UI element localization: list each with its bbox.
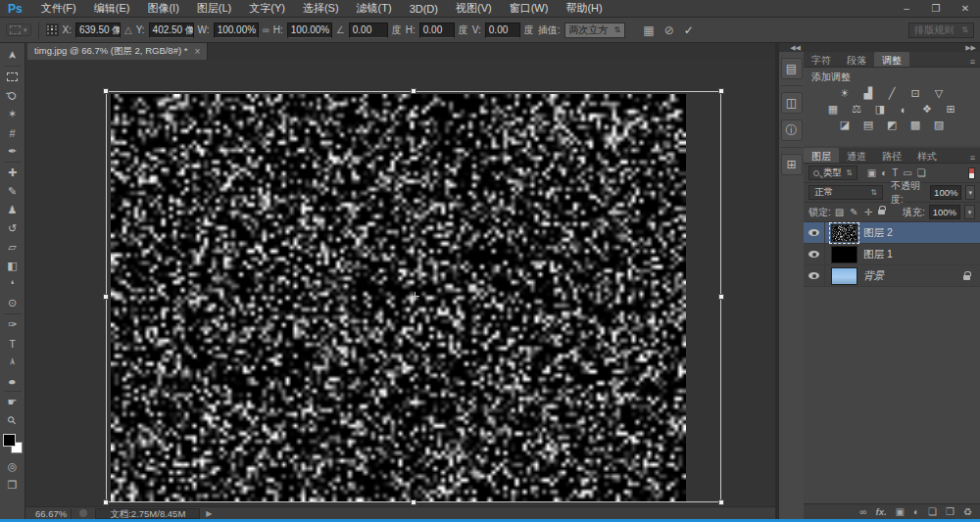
transform-handle-top-right[interactable]	[718, 88, 724, 94]
fill-dropdown-arrow[interactable]: ▾	[964, 205, 975, 219]
blur-tool[interactable]: ❛	[2, 275, 24, 294]
layer-row-layer1[interactable]: 图层 1	[804, 244, 980, 265]
new-adjustment-layer-icon[interactable]: ◐	[913, 506, 919, 517]
add-layer-mask-icon[interactable]: ▣	[896, 506, 905, 517]
tab-paths[interactable]: 路径	[874, 148, 909, 163]
screen-mode-button[interactable]: ❐	[2, 476, 24, 495]
hue-saturation-icon[interactable]: ▦	[825, 102, 842, 117]
rectangular-marquee-tool[interactable]	[2, 68, 24, 86]
layer-row-layer2[interactable]: 图层 2	[804, 222, 980, 244]
history-brush-tool[interactable]: ↺	[2, 219, 24, 238]
menu-help[interactable]: 帮助(H)	[557, 1, 611, 16]
ellipse-tool[interactable]: ●	[2, 371, 24, 390]
info-panel-icon[interactable]: ⓘ	[781, 119, 803, 141]
interpolation-dropdown[interactable]: 两次立方 ⇅	[564, 23, 626, 38]
layer-name[interactable]: 背景	[863, 269, 884, 283]
layers-empty-area[interactable]	[804, 287, 980, 503]
status-menu-arrow-icon[interactable]: ▶	[206, 509, 212, 518]
expand-panels-icon[interactable]: ◀◀	[779, 43, 804, 52]
menu-filter[interactable]: 滤镜(T)	[348, 1, 401, 16]
channel-mixer-icon[interactable]: ❖	[919, 102, 936, 117]
zoom-level-field[interactable]: 66.67%	[31, 508, 72, 519]
filter-toggle-switch[interactable]	[968, 167, 975, 179]
levels-icon[interactable]: ▟	[860, 86, 877, 101]
tool-preset-picker[interactable]: ▾	[6, 24, 31, 36]
document-tab[interactable]: timg.jpg @ 66.7% (图层 2, RGB/8#) * ×	[27, 43, 208, 60]
tab-adjustments[interactable]: 调整	[874, 52, 909, 67]
tab-layers[interactable]: 图层	[804, 148, 839, 163]
canvas[interactable]	[25, 60, 775, 506]
move-tool[interactable]: ➤	[2, 46, 24, 65]
filter-pixel-layers-icon[interactable]: ▣	[867, 167, 876, 178]
color-balance-icon[interactable]: ⚖	[849, 102, 865, 117]
spot-healing-brush-tool[interactable]: ✚	[2, 164, 24, 182]
blend-mode-dropdown[interactable]: 正常 ⇅	[808, 185, 883, 200]
relative-positioning-icon[interactable]: △	[124, 24, 132, 35]
lock-transparent-pixels-icon[interactable]: ▨	[835, 207, 844, 217]
link-layers-icon[interactable]: ∞	[859, 506, 866, 517]
opacity-field[interactable]: 100%	[930, 185, 961, 200]
visibility-toggle[interactable]	[804, 244, 825, 264]
photo-filter-icon[interactable]: ◐	[896, 102, 912, 117]
menu-select[interactable]: 选择(S)	[294, 1, 348, 16]
transform-handle-middle-right[interactable]	[718, 294, 724, 300]
width-scale-field[interactable]: 100.00%	[214, 23, 259, 38]
y-position-field[interactable]: 402.50 像素	[149, 23, 194, 38]
close-tab-icon[interactable]: ×	[194, 46, 200, 57]
layer-thumbnail[interactable]	[831, 224, 858, 242]
hand-tool[interactable]: ☛	[2, 393, 24, 411]
brush-tool[interactable]: ✎	[2, 182, 24, 201]
tab-paragraph[interactable]: 段落	[839, 52, 874, 67]
cancel-transform-icon[interactable]: ⊘	[664, 24, 674, 37]
delete-layer-icon[interactable]: ♻	[963, 506, 972, 517]
menu-window[interactable]: 窗口(W)	[501, 1, 558, 16]
visibility-toggle[interactable]	[804, 265, 825, 286]
type-tool[interactable]: T	[2, 334, 24, 353]
menu-layer[interactable]: 图层(L)	[188, 1, 240, 16]
eyedropper-tool[interactable]: ✒	[2, 142, 24, 161]
h-skew-field[interactable]: 0.00	[419, 23, 455, 38]
new-layer-icon[interactable]: ❐	[946, 506, 955, 517]
crop-tool[interactable]: #	[2, 123, 24, 142]
selective-color-icon[interactable]: ▨	[931, 118, 948, 132]
menu-type[interactable]: 文字(Y)	[240, 1, 294, 16]
rotation-field[interactable]: 0.00	[349, 23, 388, 38]
panel-menu-icon[interactable]: ≡	[970, 57, 980, 67]
layer-thumbnail[interactable]	[831, 267, 858, 285]
minimize-button[interactable]: –	[892, 0, 921, 18]
transform-handle-top-center[interactable]	[411, 88, 416, 94]
filter-adjustment-layers-icon[interactable]: ◐	[881, 167, 887, 178]
eraser-tool[interactable]: ▱	[2, 238, 24, 257]
transform-handle-middle-left[interactable]	[103, 294, 109, 300]
brightness-contrast-icon[interactable]: ☀	[837, 86, 854, 101]
pen-tool[interactable]: ✑	[2, 315, 24, 334]
opacity-dropdown-arrow[interactable]: ▾	[965, 185, 975, 200]
restore-button[interactable]: ❐	[921, 0, 951, 18]
zoom-tool[interactable]: ⚲	[2, 411, 24, 430]
black-white-icon[interactable]: ◨	[872, 102, 889, 117]
quick-selection-tool[interactable]: ✶	[2, 105, 24, 123]
warp-mode-toggle-icon[interactable]: ▦	[643, 24, 654, 37]
fill-field[interactable]: 100%	[929, 205, 960, 219]
tab-channels[interactable]: 通道	[839, 148, 874, 163]
menu-3d[interactable]: 3D(D)	[401, 3, 447, 15]
layer-name[interactable]: 图层 1	[863, 248, 893, 261]
collapse-panels-icon[interactable]: ▶▶	[804, 43, 980, 52]
panel-menu-icon[interactable]: ≡	[970, 153, 980, 163]
swatches-panel-icon[interactable]: ⊞	[781, 154, 803, 175]
v-skew-field[interactable]: 0.00	[485, 23, 520, 38]
filter-type-dropdown[interactable]: 类型 ⇅	[808, 166, 858, 180]
color-swatches[interactable]	[3, 434, 23, 453]
maintain-aspect-ratio-icon[interactable]: ∞	[263, 24, 270, 35]
visibility-toggle[interactable]	[804, 222, 825, 243]
commit-transform-icon[interactable]: ✓	[684, 24, 694, 37]
gradient-map-icon[interactable]: ▩	[907, 118, 924, 132]
lock-image-pixels-icon[interactable]: ✎	[850, 207, 858, 217]
filter-smart-objects-icon[interactable]: ❏	[917, 167, 926, 178]
color-lookup-icon[interactable]: ⊞	[943, 102, 959, 117]
lock-all-icon[interactable]	[878, 210, 885, 214]
layer-effects-icon[interactable]: fx.	[876, 506, 887, 517]
threshold-icon[interactable]: ◩	[884, 118, 901, 132]
x-position-field[interactable]: 639.50 像素	[75, 23, 121, 38]
quick-mask-button[interactable]: ◎	[2, 457, 24, 476]
